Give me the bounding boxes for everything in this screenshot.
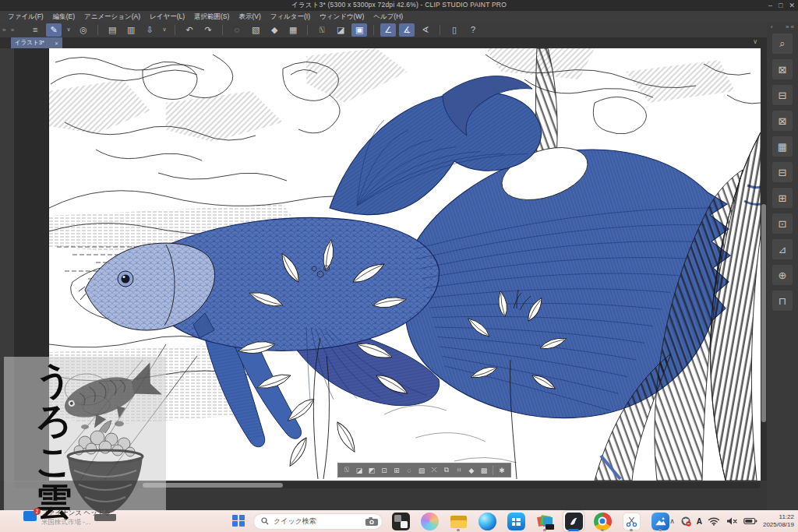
antialias-selection-button[interactable]: ◌	[229, 23, 245, 37]
main-menu-button[interactable]: ≡	[27, 23, 43, 37]
tray-overflow-chevron-icon[interactable]: ∧	[669, 517, 675, 525]
document-tab[interactable]: イラスト3* ✕	[11, 37, 62, 48]
operation-tool-dropdown-icon[interactable]: ∨	[65, 26, 72, 33]
expand-selection-button[interactable]: ⊞	[391, 464, 402, 476]
collapsed-tool-palette[interactable]	[0, 48, 14, 481]
notification-badge: 2	[34, 508, 41, 515]
undo-button[interactable]: ↶	[182, 23, 197, 37]
blend-tool-button[interactable]: ◎	[76, 23, 91, 37]
close-button[interactable]: ✕	[789, 2, 795, 9]
menu-item-8[interactable]: ヘルプ(H)	[369, 11, 408, 22]
screen-tone-button[interactable]: ▩	[478, 464, 489, 476]
taskbar-app-snipping[interactable]	[621, 511, 641, 531]
vertical-scrollbar[interactable]	[761, 48, 767, 481]
canvas[interactable]	[48, 48, 760, 481]
fill-tool-button[interactable]: ◆	[267, 23, 282, 37]
vertical-scrollbar-thumb[interactable]	[761, 204, 766, 422]
snap-to-ruler-button[interactable]: ∠	[380, 23, 396, 37]
find-material-button[interactable]: ⌕	[772, 33, 793, 54]
snap-to-grid-button[interactable]: ∢	[418, 23, 433, 37]
save-file-button[interactable]: ⇩	[142, 23, 157, 37]
material-color-pattern-button[interactable]: ⊠	[772, 59, 793, 79]
camera-search-icon[interactable]	[365, 516, 379, 527]
open-file-button[interactable]: ▥	[123, 23, 139, 37]
sidebar-collapse-left-icon[interactable]: ‹	[771, 23, 773, 30]
reselect-button[interactable]: ◪	[354, 464, 365, 476]
start-button[interactable]	[232, 515, 245, 528]
security-tray-icon[interactable]	[680, 516, 691, 527]
toolbar-separator	[222, 25, 223, 35]
selection-border-button[interactable]: ▣	[351, 23, 367, 37]
window-bottom-bar	[0, 481, 798, 510]
fill-button[interactable]: ◆	[466, 464, 477, 476]
save-dropdown-icon[interactable]: ∨	[161, 26, 168, 33]
launcher-settings-button[interactable]: ✱	[496, 464, 507, 476]
deselect-button[interactable]: ⍂	[314, 23, 330, 37]
taskbar-app-edge[interactable]	[477, 511, 497, 531]
taskbar-app-chrome[interactable]	[592, 511, 613, 531]
frame-tool-button[interactable]: ▦	[285, 23, 301, 37]
minimize-button[interactable]: –	[768, 2, 772, 9]
copy-paste-button[interactable]: ⧉	[441, 464, 452, 476]
taskbar-app-explorer[interactable]	[448, 511, 468, 531]
taskbar-clock[interactable]: 11:22 2025/08/19	[763, 513, 794, 529]
news-widget-toast[interactable]: 2 ファイナンス ヘッドラ... 米国株式市場 -...	[23, 509, 116, 527]
new-tone-button[interactable]: ▨	[416, 464, 427, 476]
new-file-button[interactable]: ▤	[104, 23, 120, 37]
toolbar-separator	[440, 25, 440, 35]
material-primary-button[interactable]: ⊟	[772, 162, 793, 182]
material-downloaded-button[interactable]: ⊡	[772, 213, 793, 234]
tab-overflow-chevron-icon[interactable]: ∨	[753, 38, 757, 45]
menu-item-1[interactable]: 編集(E)	[48, 11, 79, 22]
speaker-muted-icon[interactable]	[726, 516, 738, 526]
taskbar-app-store[interactable]	[506, 511, 526, 531]
horizontal-scrollbar-thumb[interactable]	[143, 483, 283, 488]
invert-selection-button[interactable]: ◪	[333, 23, 348, 37]
material-manga-material-button[interactable]: ⊠	[772, 111, 793, 131]
material-pose-button[interactable]: ⊓	[772, 291, 793, 311]
menu-item-7[interactable]: ウィンドウ(W)	[315, 11, 369, 22]
snap-to-special-ruler-button[interactable]: ∡	[399, 23, 415, 37]
wifi-icon[interactable]	[708, 516, 720, 526]
cut-paste-button[interactable]: ⤫	[429, 464, 440, 476]
antialias-button[interactable]: ◌	[404, 464, 415, 476]
invert-selection-button[interactable]: ◩	[366, 464, 377, 476]
taskbar-search[interactable]: クイック検索	[253, 513, 383, 530]
material-edit-button[interactable]: ⊿	[772, 239, 793, 259]
help-button[interactable]: ?	[465, 23, 481, 37]
menu-item-0[interactable]: ファイル(F)	[3, 11, 48, 22]
taskbar-app-widgets[interactable]	[390, 511, 411, 531]
title-bar[interactable]: イラスト3* (5300 x 5300px 72dpi 42.6%) - CLI…	[0, 0, 798, 11]
horizontal-scrollbar[interactable]	[14, 482, 761, 488]
tab-close-icon[interactable]: ✕	[55, 41, 58, 46]
material-web-button[interactable]: ⊕	[772, 265, 793, 285]
document-tab-label: イラスト3*	[15, 39, 44, 47]
menu-item-4[interactable]: 選択範囲(S)	[189, 11, 234, 22]
material-image-material-button[interactable]: ▦	[772, 136, 793, 157]
scale-rotate-button[interactable]: ⊡	[379, 464, 390, 476]
news-subline: 米国株式市場 -...	[41, 518, 116, 527]
menu-item-5[interactable]: 表示(V)	[234, 11, 265, 22]
menu-item-3[interactable]: レイヤー(L)	[145, 11, 189, 22]
menu-item-2[interactable]: アニメーション(A)	[79, 11, 145, 22]
material-monochromatic-pattern-button[interactable]: ⊟	[772, 85, 793, 105]
menu-bar: ファイル(F)編集(E)アニメーション(A)レイヤー(L)選択範囲(S)表示(V…	[0, 11, 798, 22]
sidebar-collapse-right-icon[interactable]: » «	[786, 23, 794, 30]
taskbar-app-photostack[interactable]	[535, 511, 555, 531]
battery-icon[interactable]	[743, 517, 757, 525]
deselect-button[interactable]: ⍂	[341, 464, 352, 476]
redo-button[interactable]: ↷	[200, 23, 216, 37]
register-material-button[interactable]: ▧	[248, 23, 263, 37]
toolbar-collapse-arrows-icon[interactable]: » »	[0, 26, 18, 33]
canvas-artwork[interactable]	[49, 48, 761, 481]
material-3d-button[interactable]: ⊞	[772, 188, 793, 208]
menu-item-6[interactable]: フィルター(I)	[266, 11, 315, 22]
maximize-button[interactable]: □	[779, 2, 782, 9]
ime-mode-indicator[interactable]: A	[697, 517, 702, 526]
crop-button[interactable]: ⌗	[454, 464, 464, 476]
operation-tool-button[interactable]: ✎	[46, 23, 62, 37]
taskbar-app-copilot[interactable]	[419, 511, 440, 531]
companion-mode-button[interactable]: ▯	[447, 23, 462, 37]
taskbar-app-photos[interactable]	[650, 511, 670, 531]
taskbar-app-clipstudio[interactable]	[563, 511, 584, 531]
